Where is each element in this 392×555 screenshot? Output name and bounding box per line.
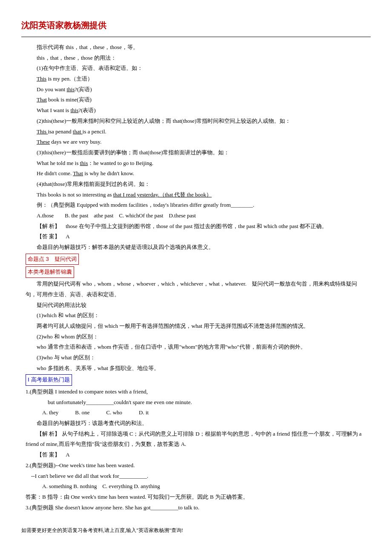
answer-line: 【答 案】 A xyxy=(26,450,366,460)
text-line: who 通常作主语和表语，whom 作宾语，但在口语中，该用"whom"的地方常… xyxy=(26,342,366,353)
underline-text: that I read yesterday.（that 代替 the book） xyxy=(113,191,211,198)
section-box-red: 本类考题解答锦囊 xyxy=(26,266,74,278)
text-line: Do you want this?(宾语) xyxy=(26,84,366,95)
option-line: A. something B. nothing C. everything D.… xyxy=(26,481,366,492)
question-line: 1.(典型例题 I intended to compare notes with… xyxy=(26,387,366,397)
header-rule xyxy=(21,37,371,37)
underline-text: That xyxy=(73,170,83,176)
text-line: These days we are very busy. xyxy=(26,137,366,147)
text: book is mine(宾语) xyxy=(47,96,92,103)
text-line: (2)who 和 whom 的区别： xyxy=(26,332,366,342)
text: is my pen.（主语） xyxy=(46,75,93,82)
text: What I want is xyxy=(37,107,70,113)
underline-text: This xyxy=(37,75,46,82)
text: What he told me is xyxy=(37,160,80,166)
text: is a pencil. xyxy=(83,128,107,135)
underline-text: These xyxy=(37,139,50,145)
underline-text: that xyxy=(73,128,83,135)
analysis-line: 【解 析】 those 在句子中指上文提到的图书馆，those of the p… xyxy=(26,221,366,232)
question-line: 2.(典型例题)--One week's time has been waste… xyxy=(26,460,366,471)
text: isa penand xyxy=(48,128,72,135)
document-body: 指示代词有 this，that，these，those，等。 this，that… xyxy=(21,42,371,513)
text-line: What he told me is this：he wanted to go … xyxy=(26,158,366,169)
text-line: (4)that(those)常用来指前面提到过的名词。如： xyxy=(26,179,366,190)
text: ?(表语) xyxy=(78,107,95,113)
text-line: who 多指姓名、关系等，what 多指职业、地位等。 xyxy=(26,363,366,374)
text: ：he wanted to go to Beijing. xyxy=(88,160,153,166)
text: days we are very busy. xyxy=(50,139,101,145)
analysis-line: 【解 析】 从句子结构上，可排除选项 C；从代词的意义上可排除 D；根据前半句的… xyxy=(26,429,366,450)
underline-text: This xyxy=(37,128,48,135)
text-line: 命题目的与解题技巧：该题考查代词的和法。 xyxy=(26,418,366,429)
underline-text: this xyxy=(66,86,75,92)
text: is why he didn't know. xyxy=(83,170,134,176)
text: This books is not so interesting as xyxy=(37,191,113,198)
option-line: A.those B. the past athe past C. whichOf… xyxy=(26,211,366,221)
text: Do you want xyxy=(37,86,66,92)
text-line: This is my pen.（主语） xyxy=(26,74,366,84)
text-line: That book is mine(宾语) xyxy=(26,95,366,105)
text-line: What I want is this?(表语) xyxy=(26,105,366,116)
question-line: 3.(典型例题 She doesn't know anyone here. Sh… xyxy=(26,503,366,513)
underline-text: That xyxy=(37,96,47,103)
text-line: this，that，these，those 的用法： xyxy=(26,53,366,64)
text-line: (3)this(there)一般指后面要讲到的事物；而 that(those)常… xyxy=(26,147,366,158)
text-line: He didn't come. That is why he didn't kn… xyxy=(26,168,366,179)
question-line: --I can't believe we did all that work f… xyxy=(26,471,366,482)
text-line: (1)which 和 what 的区别： xyxy=(26,310,366,321)
text-line: 命题目的与解题技巧：解答本题的关键是语境以及四个选项的具体意义。 xyxy=(26,242,366,253)
text-line: 常用的疑问代词有 who，whom，whose，whoever，which，wh… xyxy=(26,279,366,300)
text-line: (3)who 与 what 的区别： xyxy=(26,353,366,363)
answer-line: 【答 案】 A xyxy=(26,231,366,242)
option-line: A. they B. one C. who D. it xyxy=(26,408,366,418)
page-header: 沈阳英语家教杨溯提供 xyxy=(21,17,371,33)
text-line: (2)this(these)一般用来指时间和空间上较近的人或物；而 that(t… xyxy=(26,116,366,127)
section-box-blue: Ⅰ 高考最新热门题 xyxy=(26,374,72,386)
question-line: but unfortunately__________couldn't spar… xyxy=(26,397,366,408)
text: ?(宾语) xyxy=(75,86,92,92)
text-line: 疑问代词的用法比较 xyxy=(26,300,366,311)
answer-line: 答案：B 指导：由 One week's time has been waste… xyxy=(26,492,366,503)
text-line: 例：（典型例题 Equipped with modem facilities，t… xyxy=(26,200,366,211)
underline-text: this xyxy=(70,107,78,113)
text-line: This books is not so interesting as that… xyxy=(26,190,366,200)
underline-text: this xyxy=(80,160,88,166)
section-box-red: 命题点 3 疑问代词 xyxy=(26,254,79,265)
text-line: 两者均可就人或物提问，但 which 一般用于有选择范围的情况，what 用于无… xyxy=(26,321,366,332)
text-line: 指示代词有 this，that，these，those，等。 xyxy=(26,42,366,53)
text-line: This isa penand that is a pencil. xyxy=(26,127,366,137)
text-line: (1)在句中作主语、宾语、表语和定语。如： xyxy=(26,63,366,74)
page-footer: 如需要更好更全的英语复习备考资料,请上百度,输入"英语家教杨溯"查询! xyxy=(21,526,371,535)
text: He didn't come. xyxy=(37,170,73,176)
